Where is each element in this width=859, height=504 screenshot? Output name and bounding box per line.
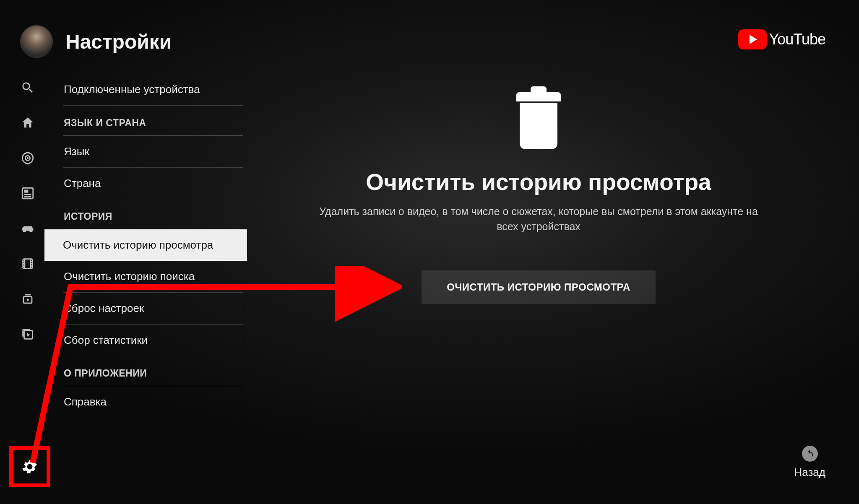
svg-marker-20	[27, 333, 30, 337]
back-icon	[802, 446, 818, 462]
sidebar-item-linked-devices[interactable]: Подключенные устройства	[63, 74, 243, 106]
search-icon[interactable]	[20, 80, 36, 96]
purchases-icon[interactable]	[20, 291, 36, 307]
youtube-play-icon	[738, 29, 767, 49]
movies-icon[interactable]	[20, 256, 36, 272]
section-lang-country: ЯЗЫК И СТРАНА	[63, 107, 243, 136]
sidebar-item-clear-search-history[interactable]: Очистить историю поиска	[63, 261, 243, 293]
gaming-icon[interactable]	[20, 221, 36, 236]
sidebar-item-country[interactable]: Страна	[63, 168, 243, 199]
main-panel: Очистить историю просмотра Удалить запис…	[243, 80, 834, 304]
trash-icon	[513, 92, 564, 151]
sidebar-item-reset-settings[interactable]: Сброс настроек	[63, 293, 243, 325]
youtube-logo: YouTube	[738, 29, 825, 49]
sidebar-item-stats[interactable]: Сбор статистики	[63, 325, 243, 356]
svg-point-2	[27, 157, 29, 159]
svg-rect-4	[24, 190, 29, 193]
back-control[interactable]: Назад	[794, 446, 826, 479]
sidebar-item-help[interactable]: Справка	[63, 386, 243, 418]
back-label: Назад	[794, 466, 826, 479]
settings-icon-highlight	[9, 446, 50, 487]
main-description: Удалить записи о видео, в том числе о сю…	[308, 204, 769, 234]
settings-list: Подключенные устройства ЯЗЫК И СТРАНА Яз…	[63, 74, 243, 476]
page-title: Настройки	[65, 30, 172, 53]
svg-marker-17	[27, 299, 30, 301]
clear-watch-history-button[interactable]: ОЧИСТИТЬ ИСТОРИЮ ПРОСМОТРА	[422, 270, 656, 304]
main-title: Очистить историю просмотра	[366, 169, 711, 195]
home-icon[interactable]	[20, 115, 36, 131]
sidebar-item-language[interactable]: Язык	[63, 136, 243, 168]
gear-icon[interactable]	[21, 457, 39, 476]
subscriptions-icon[interactable]	[20, 185, 36, 201]
section-history: ИСТОРИЯ	[63, 201, 243, 229]
originals-icon[interactable]	[20, 150, 36, 166]
nav-rail	[18, 80, 38, 342]
youtube-wordmark: YouTube	[769, 31, 825, 48]
sidebar-item-clear-watch-history[interactable]: Очистить историю просмотра	[44, 229, 247, 261]
avatar[interactable]	[20, 25, 53, 58]
section-about: О ПРИЛОЖЕНИИ	[63, 358, 243, 386]
library-icon[interactable]	[20, 326, 36, 342]
